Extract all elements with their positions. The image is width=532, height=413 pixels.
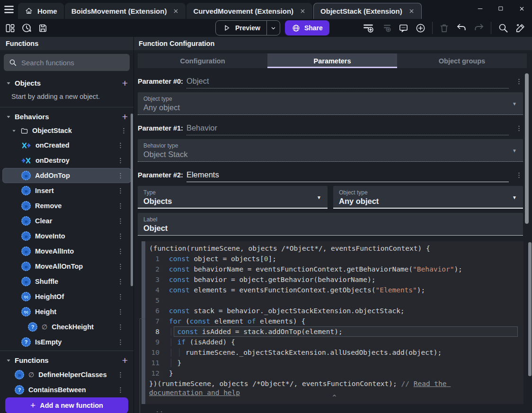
tab-home[interactable]: Home	[18, 3, 64, 19]
close-tab-icon[interactable]	[173, 8, 179, 14]
code-line-7[interactable]: 7for (const element of elements) {	[149, 316, 523, 326]
redo-button[interactable]	[473, 22, 485, 34]
parameter-name-input[interactable]: Elements	[186, 170, 509, 182]
select-object-type[interactable]: Object typeAny object▼	[333, 186, 523, 209]
item-menu-button[interactable]	[116, 232, 124, 240]
item-menu-button[interactable]	[116, 293, 124, 301]
functions-section-header[interactable]: Functions +	[0, 353, 133, 367]
behavior-folder-objectstack[interactable]: ObjectStack	[0, 123, 133, 138]
sidebar-item-containsbetween[interactable]: ?ContainsBetween	[2, 382, 131, 397]
sidebar-item-moveinto[interactable]: »MoveInto	[2, 228, 131, 244]
tab-parameters[interactable]: Parameters	[267, 53, 397, 68]
item-menu-button[interactable]	[116, 278, 124, 286]
item-menu-button[interactable]	[116, 263, 124, 271]
parameters-scrollbar[interactable]	[525, 73, 529, 224]
code-line-5[interactable]: 5	[149, 295, 523, 306]
sidebar-item-checkheight[interactable]: ?∅CheckHeight	[2, 319, 131, 334]
item-menu-button[interactable]	[116, 202, 124, 210]
parameter-menu-button[interactable]	[515, 171, 523, 182]
item-menu-button[interactable]	[116, 217, 124, 225]
item-menu-button[interactable]	[116, 338, 124, 346]
select-behavior-type[interactable]: Behavior typeObject Stack▼	[138, 139, 523, 162]
add-event-button[interactable]	[362, 22, 374, 34]
history-button[interactable]	[21, 22, 32, 34]
item-menu-button[interactable]	[116, 308, 124, 316]
sidebar-item-insert[interactable]: »Insert	[2, 183, 131, 198]
code-line-4[interactable]: 4const elements = eventsFunctionContext.…	[149, 285, 523, 295]
close-tab-icon[interactable]	[408, 8, 415, 14]
sidebar-item-ondestroy[interactable]: onDestroy	[2, 153, 131, 168]
parameter-menu-button[interactable]	[515, 124, 523, 135]
code-editor[interactable]: (function(runtimeScene, objects /*Object…	[145, 241, 523, 404]
item-menu-button[interactable]	[116, 141, 124, 149]
code-editor-drag-handle[interactable]	[142, 241, 145, 404]
tab-objectstack-extension[interactable]: ObjectStack (Extension)	[313, 3, 422, 19]
add-free-function-button[interactable]: +	[122, 355, 128, 365]
window-minimize-button[interactable]	[470, 0, 490, 17]
sidebar-item-shuffle[interactable]: »Shuffle	[2, 274, 131, 289]
preview-button[interactable]: Preview	[216, 23, 266, 33]
search-box[interactable]	[4, 54, 130, 71]
objects-section-header[interactable]: Objects +	[0, 76, 133, 90]
item-menu-button[interactable]	[116, 187, 124, 195]
code-line-8[interactable]: 8│ const isAdded = stack.addOnTop(elemen…	[149, 326, 523, 337]
sidebar-item-heightof[interactable]: f(x)HeightOf	[2, 289, 131, 304]
trash-button[interactable]	[439, 23, 450, 34]
sidebar-item-clear[interactable]: »Clear	[2, 213, 131, 228]
add-subevent-button[interactable]	[381, 22, 392, 34]
parameter-menu-button[interactable]	[515, 78, 523, 88]
sidebar-item-height[interactable]: f(x)Height	[2, 304, 131, 319]
item-menu-button[interactable]	[116, 371, 124, 379]
code-editor-scrollbar[interactable]	[528, 242, 532, 376]
sidebar-item-definehelperclasses[interactable]: »∅DefineHelperClasses	[2, 367, 131, 382]
share-button[interactable]: Share	[285, 20, 329, 35]
item-menu-button[interactable]	[116, 323, 124, 331]
sidebar-item-moveallontop[interactable]: »MoveAllOnTop	[2, 259, 131, 274]
code-line-3[interactable]: 3const behavior = object.getBehavior(beh…	[149, 274, 523, 285]
sidebar-scrollbar[interactable]	[131, 114, 133, 286]
sidebar-item-remove[interactable]: »Remove	[2, 198, 131, 213]
item-menu-button[interactable]	[116, 157, 124, 165]
parameter-name-input[interactable]: Behavior	[186, 123, 509, 135]
menu-button[interactable]	[0, 0, 18, 19]
select-type[interactable]: TypeObjects▼	[138, 186, 328, 209]
tab-curvedmovement-extension[interactable]: CurvedMovement (Extension)	[186, 3, 312, 19]
item-menu-button[interactable]	[116, 386, 124, 394]
add-new-function-button[interactable]: + Add a new function	[5, 397, 128, 413]
search-input[interactable]	[21, 59, 125, 67]
folder-menu-button[interactable]	[120, 127, 128, 135]
parameter-name-input[interactable]: Object	[186, 77, 509, 88]
code-line-10[interactable]: 10│ │ runtimeScene._objectStackExtension…	[149, 347, 523, 358]
code-line-6[interactable]: 6const stack = behavior._objectStackExte…	[149, 306, 523, 316]
sidebar-item-oncreated[interactable]: onCreated	[2, 138, 131, 153]
add-object-button[interactable]: +	[122, 78, 128, 88]
code-line-11[interactable]: 11│ }	[149, 358, 523, 368]
collapse-handle[interactable]: ^	[333, 392, 337, 403]
item-menu-button[interactable]	[116, 247, 124, 255]
sidebar-item-isempty[interactable]: ?IsEmpty	[2, 334, 131, 350]
code-line-1[interactable]: 1const object = objects[0];	[149, 254, 523, 264]
tab-boidsmovement-extension[interactable]: BoidsMovement (Extension)	[65, 3, 186, 19]
preview-options-button[interactable]	[267, 20, 280, 35]
item-menu-button[interactable]	[116, 172, 124, 180]
code-line-9[interactable]: 9│ if (isAdded) {	[149, 337, 523, 347]
tab-configuration[interactable]: Configuration	[138, 53, 267, 68]
close-tab-icon[interactable]	[300, 8, 306, 14]
sidebar-item-moveallinto[interactable]: »MoveAllInto	[2, 244, 131, 259]
edit-pen-button[interactable]	[515, 22, 526, 34]
sidebar-item-addontop[interactable]: »AddOnTop	[2, 168, 131, 183]
add-behavior-button[interactable]: +	[122, 112, 128, 122]
select-object-type[interactable]: Object typeAny object▼	[138, 92, 523, 115]
code-line-2[interactable]: 2const behaviorName = eventsFunctionCont…	[149, 264, 523, 274]
window-maximize-button[interactable]	[490, 0, 511, 17]
behaviors-section-header[interactable]: Behaviors +	[0, 110, 133, 123]
add-circle-button[interactable]	[415, 23, 426, 34]
code-line-12[interactable]: 12}	[149, 368, 523, 378]
undo-button[interactable]	[456, 22, 467, 34]
comment-button[interactable]	[398, 23, 409, 34]
window-close-button[interactable]	[511, 0, 532, 17]
tab-object-groups[interactable]: Object groups	[397, 53, 527, 68]
layout-button[interactable]	[5, 22, 16, 34]
save-button[interactable]	[37, 22, 48, 34]
input-label[interactable]: LabelObject	[138, 213, 523, 236]
